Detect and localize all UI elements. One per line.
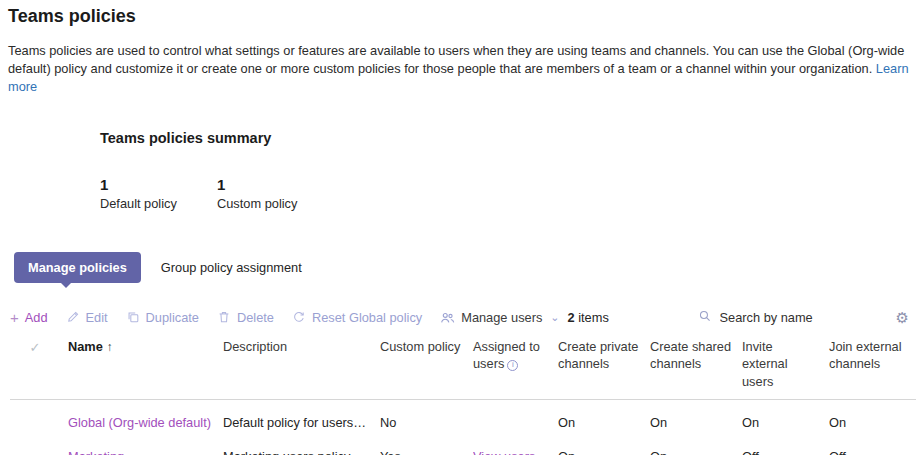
info-icon[interactable]: i [507,360,518,371]
page-title: Teams policies [8,6,136,27]
table-header-row: ✓ Name ↑ Description Custom policy Assig… [10,338,916,400]
people-icon [440,310,455,325]
search-input[interactable] [720,310,870,325]
table-row[interactable]: Marketing Marketing users policy Yes Vie… [10,440,916,455]
column-header-invite-external-users: Invite external users [742,338,829,390]
create-shared-channels-value: On [650,449,742,455]
column-header-create-private-channels: Create private channels [558,338,650,390]
tab-group-policy-assignment[interactable]: Group policy assignment [159,252,304,283]
column-header-create-shared-channels: Create shared channels [650,338,742,390]
reset-global-policy-label: Reset Global policy [312,310,422,325]
select-all-check-icon[interactable]: ✓ [30,339,41,390]
delete-button[interactable]: Delete [217,310,274,325]
policies-table: ✓ Name ↑ Description Custom policy Assig… [10,338,916,455]
teams-policies-page: Teams policies Teams policies are used t… [0,0,923,455]
custom-policy-value: No [380,415,473,430]
items-count-label: items [578,310,609,325]
manage-users-label: Manage users [461,310,542,325]
summary-title: Teams policies summary [100,130,334,146]
join-external-channels-value: On [829,415,914,430]
duplicate-button-label: Duplicate [146,310,199,325]
stat-custom-policy-value: 1 [217,176,334,193]
duplicate-button[interactable]: Duplicate [126,310,199,325]
select-all-cell[interactable]: ✓ [10,338,68,390]
join-external-channels-value: Off [829,449,914,455]
add-button-label: Add [25,310,48,325]
items-count: 2 items [568,310,609,325]
pivot-tabs: Manage policies Group policy assignment [14,252,304,283]
page-description: Teams policies are used to control what … [8,42,918,96]
custom-policy-value: Yes [380,449,473,455]
stat-custom-policy-label: Custom policy [217,196,334,211]
manage-users-button[interactable]: Manage users ⌄ [440,310,559,325]
column-header-name[interactable]: Name ↑ [68,338,223,390]
policy-description: Marketing users policy [223,449,380,455]
pencil-icon [66,310,80,324]
duplicate-icon [126,310,140,324]
create-private-channels-value: On [558,415,650,430]
tab-manage-policies[interactable]: Manage policies [14,252,141,283]
create-private-channels-value: On [558,449,650,455]
edit-button[interactable]: Edit [66,310,108,325]
search-box [698,309,870,326]
column-header-assigned-to-users: Assigned to usersi [473,338,558,390]
delete-button-label: Delete [237,310,274,325]
table-toolbar: + Add Edit Duplicate Delete Reset Global… [10,304,915,330]
summary-stats: 1 Default policy 1 Custom policy [100,176,334,211]
add-button[interactable]: + Add [10,309,48,326]
gear-icon[interactable]: ⚙ [896,310,909,325]
stat-default-policy-value: 1 [100,176,217,193]
summary-card: Teams policies summary 1 Default policy … [100,130,334,211]
column-header-join-external-channels: Join external channels [829,338,914,390]
policy-description: Default policy for users… [223,415,380,430]
invite-external-users-value: On [742,415,829,430]
policy-name-link[interactable]: Global (Org-wide default) [68,415,223,430]
view-users-link[interactable]: View users [473,449,558,455]
stat-default-policy: 1 Default policy [100,176,217,211]
plus-icon: + [10,309,19,326]
table-row[interactable]: Global (Org-wide default) Default policy… [10,406,916,440]
page-description-text: Teams policies are used to control what … [8,43,904,76]
row-select-cell[interactable] [10,422,68,423]
reset-icon [292,310,306,324]
reset-global-policy-button[interactable]: Reset Global policy [292,310,422,325]
sort-ascending-icon: ↑ [106,340,112,354]
create-shared-channels-value: On [650,415,742,430]
stat-default-policy-label: Default policy [100,196,217,211]
edit-button-label: Edit [86,310,108,325]
stat-custom-policy: 1 Custom policy [217,176,334,211]
items-count-value: 2 [568,310,575,325]
column-header-custom-policy: Custom policy [380,338,473,390]
invite-external-users-value: Off [742,449,829,455]
policy-name-link[interactable]: Marketing [68,449,223,455]
column-header-description: Description [223,338,380,390]
trash-icon [217,310,231,324]
chevron-down-icon: ⌄ [550,311,559,324]
search-icon [698,309,712,326]
